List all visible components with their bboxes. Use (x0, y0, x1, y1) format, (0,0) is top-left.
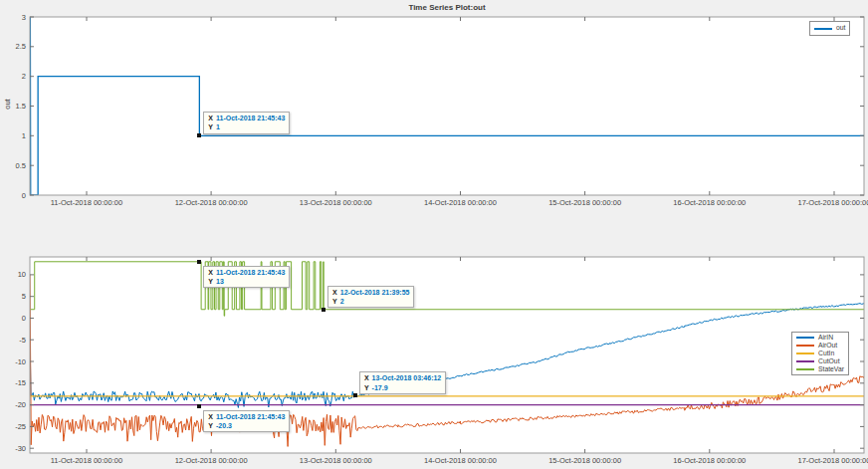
datatip-value: 12-Oct-2018 21:39:55 (340, 289, 410, 296)
legend-item-cutout[interactable]: CutOut (796, 357, 844, 365)
x-tick-label: 11-Oct-2018 00:00:00 (39, 198, 134, 207)
datatip-axis-prefix: X (364, 374, 369, 381)
datatip-value: -17.9 (372, 384, 388, 391)
out-line-swatch (814, 28, 832, 30)
y-tick-label: -25 (0, 422, 26, 431)
datatip-value: 1 (216, 123, 220, 130)
legend-item-statevar[interactable]: StateVar (796, 365, 844, 373)
legend-signals-plot[interactable]: AirINAirOutCutInCutOutStateVar (791, 332, 849, 375)
x-tick-label: 14-Oct-2018 00:00:00 (412, 456, 508, 465)
datatip-value: -20.3 (216, 422, 232, 429)
x-tick-label: 17-Oct-2018 00:00:00 (786, 198, 868, 207)
datatip-axis-prefix: X (208, 269, 213, 276)
y-tick-label: -10 (0, 357, 26, 366)
datatip-axis-prefix: Y (208, 123, 213, 130)
y-tick-label: 5 (0, 292, 26, 301)
legend-item-out[interactable]: out (814, 23, 845, 34)
y-tick-label: 0 (0, 314, 26, 323)
datatip-value: 13 (216, 278, 224, 285)
datatip-axis-prefix: Y (208, 422, 213, 429)
x-tick-label: 14-Oct-2018 00:00:00 (412, 198, 508, 207)
legend-item-airin[interactable]: AirIN (796, 334, 844, 342)
datatip-axis-prefix: X (208, 115, 213, 121)
y-tick-label: 1 (0, 131, 26, 140)
legend-label: AirOut (818, 343, 837, 350)
x-tick-label: 11-Oct-2018 00:00:00 (39, 456, 134, 465)
y-tick-label: -15 (0, 378, 26, 387)
x-tick-label: 15-Oct-2018 00:00:00 (538, 456, 633, 465)
datatip-axis-prefix: X (332, 289, 337, 296)
statevar-line-swatch (796, 368, 814, 370)
y-tick-label: 2 (0, 72, 26, 81)
datatip-axis-prefix: Y (364, 384, 369, 391)
x-tick-label: 16-Oct-2018 00:00:00 (662, 198, 758, 207)
datatip-marker[interactable] (197, 404, 201, 408)
x-tick-label: 12-Oct-2018 00:00:00 (163, 198, 259, 207)
out-plot-area (30, 17, 864, 195)
cutout-line-swatch (796, 360, 814, 362)
y-tick-label: 0 (0, 191, 26, 200)
top-chart-title: Time Series Plot:out (30, 3, 864, 12)
y-tick-label: -20 (0, 400, 26, 409)
cutin-line-swatch (796, 352, 814, 354)
legend-label: CutOut (818, 358, 840, 365)
datatip-marker[interactable] (353, 393, 357, 397)
datatip[interactable]: X11-Oct-2018 21:45:43Y-20.3 (203, 410, 290, 432)
x-tick-label: 16-Oct-2018 00:00:00 (662, 456, 758, 465)
legend-label: StateVar (818, 366, 844, 373)
datatip[interactable]: X11-Oct-2018 21:45:43Y13 (203, 266, 290, 288)
datatip-marker[interactable] (322, 308, 326, 312)
legend-label: AirIN (818, 335, 833, 342)
datatip-value: 13-Oct-2018 03:46:12 (372, 374, 442, 381)
datatip[interactable]: X11-Oct-2018 21:45:43Y1 (203, 112, 290, 133)
y-tick-label: 2.5 (0, 42, 26, 51)
legend-item-airout[interactable]: AirOut (796, 342, 844, 350)
y-tick-label: 10 (0, 270, 26, 279)
datatip[interactable]: X13-Oct-2018 03:46:12Y-17.9 (359, 371, 446, 393)
datatip[interactable]: X12-Oct-2018 21:39:55Y2 (327, 286, 414, 308)
legend-label: out (836, 25, 845, 32)
legend-out-plot[interactable]: out (809, 21, 850, 36)
datatip-axis-prefix: X (208, 413, 213, 420)
legend-label: CutIn (818, 351, 834, 357)
y-tick-label: -5 (0, 336, 26, 345)
x-tick-label: 13-Oct-2018 00:00:00 (288, 198, 383, 207)
datatip-value: 11-Oct-2018 21:45:43 (216, 115, 285, 121)
y-tick-label: 0.5 (0, 161, 26, 170)
datatip-axis-prefix: Y (332, 298, 337, 305)
y-tick-label: 1.5 (0, 102, 26, 111)
airout-line-swatch (796, 345, 814, 347)
y-tick-label: 3 (0, 13, 26, 22)
datatip-value: 11-Oct-2018 21:45:43 (216, 413, 285, 420)
matlab-figure: Time Series Plot:out out 11-Oct-2018 00:… (0, 0, 868, 469)
legend-item-cutin[interactable]: CutIn (796, 350, 844, 357)
y-tick-label: -30 (0, 444, 26, 453)
datatip-value: 11-Oct-2018 21:45:43 (216, 269, 285, 276)
datatip-axis-prefix: Y (208, 278, 213, 285)
datatip-marker[interactable] (197, 133, 201, 137)
x-tick-label: 12-Oct-2018 00:00:00 (163, 456, 259, 465)
x-tick-label: 13-Oct-2018 00:00:00 (288, 456, 383, 465)
x-tick-label: 17-Oct-2018 00:00:00 (786, 456, 868, 465)
plots-canvas (0, 0, 868, 469)
airin-line-swatch (796, 337, 814, 339)
datatip-value: 2 (340, 298, 344, 305)
x-tick-label: 15-Oct-2018 00:00:00 (538, 198, 633, 207)
datatip-marker[interactable] (197, 260, 201, 264)
